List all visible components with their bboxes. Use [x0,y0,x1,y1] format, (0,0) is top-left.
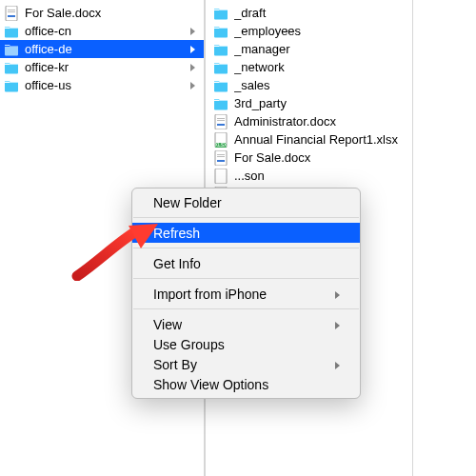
svg-rect-3 [8,11,15,12]
folder-icon [4,78,19,93]
chevron-right-icon [188,82,198,89]
chevron-right-icon [335,317,341,332]
menu-label: Show View Options [153,377,268,392]
svg-rect-0 [6,6,17,21]
menu-item-import-iphone[interactable]: Import from iPhone [132,284,360,304]
list-item[interactable]: office-us [0,76,204,94]
item-label: _employees [234,24,407,38]
svg-rect-7 [217,120,225,121]
chevron-right-icon [188,46,198,53]
list-item[interactable]: _draft [206,4,412,22]
item-label: For Sale.docx [25,6,198,20]
menu-label: Import from iPhone [153,287,267,302]
item-label: office-cn [25,24,188,38]
list-item-selected[interactable]: office-de [0,40,204,58]
list-item[interactable]: office-cn [0,22,204,40]
svg-rect-12 [217,160,225,162]
docx-icon [213,114,228,129]
list-item[interactable]: For Sale.docx [0,4,204,22]
svg-rect-11 [215,150,227,166]
svg-rect-4 [215,114,227,129]
chevron-right-icon [335,357,341,372]
list-item[interactable]: _employees [206,22,412,40]
item-label: office-us [25,78,188,92]
list-item[interactable]: For Sale.docx [206,149,412,167]
menu-item-get-info[interactable]: Get Info [132,253,360,273]
item-label: _draft [234,6,407,20]
item-label: 3rd_party [234,96,407,110]
item-label: For Sale.docx [234,150,407,165]
menu-item-sort-by[interactable]: Sort By [132,354,360,374]
svg-rect-15 [215,169,227,184]
item-label: Annual Financial Report1.xlsx [234,132,407,147]
list-item[interactable]: _sales [206,76,412,94]
folder-icon [4,24,19,39]
xlsx-icon: XLSX [213,132,228,148]
list-item[interactable]: Administrator.docx [206,112,412,130]
svg-rect-5 [217,124,225,126]
svg-rect-14 [217,156,225,157]
menu-item-use-groups[interactable]: Use Groups [132,334,360,354]
folder-icon [213,60,228,75]
list-item[interactable]: ...son [206,167,412,185]
svg-text:XLSX: XLSX [215,142,228,148]
svg-rect-13 [217,154,225,155]
menu-label: Refresh [153,226,200,241]
item-label: _sales [234,78,407,92]
menu-separator [133,308,359,309]
folder-icon [213,42,228,57]
menu-item-show-view-options[interactable]: Show View Options [132,374,360,394]
folder-icon [4,42,19,57]
menu-label: View [153,317,182,332]
list-item[interactable]: XLSXAnnual Financial Report1.xlsx [206,130,412,149]
folder-icon [213,6,228,21]
svg-rect-6 [217,118,225,119]
list-item[interactable]: _network [206,58,412,76]
folder-icon [4,60,19,75]
item-label: ...son [234,169,407,183]
chevron-right-icon [335,287,341,302]
menu-label: Sort By [153,357,197,372]
menu-item-new-folder[interactable]: New Folder [132,192,360,212]
folder-icon [213,96,228,111]
menu-item-view[interactable]: View [132,314,360,334]
list-item[interactable]: _manager [206,40,412,58]
context-menu: New Folder Refresh Get Info Import from … [131,188,361,399]
folder-icon [213,78,228,93]
docx-icon [4,6,19,21]
item-label: _network [234,60,407,74]
menu-separator [133,278,359,279]
chevron-right-icon [188,64,198,71]
item-label: office-kr [25,60,188,74]
refresh-icon [137,227,150,240]
svg-rect-2 [8,10,15,10]
list-item[interactable]: 3rd_party [206,94,412,112]
svg-rect-1 [8,15,15,17]
file-icon [213,169,228,184]
menu-separator [133,248,359,248]
menu-label: New Folder [153,195,222,210]
menu-label: Use Groups [153,337,225,352]
docx-icon [213,150,228,166]
menu-separator [133,217,359,218]
menu-item-refresh[interactable]: Refresh [132,223,360,243]
item-label: _manager [234,42,407,56]
folder-icon [213,24,228,39]
chevron-right-icon [188,28,198,35]
list-item[interactable]: office-kr [0,58,204,76]
item-label: Administrator.docx [234,114,407,129]
item-label: office-de [25,42,188,56]
menu-label: Get Info [153,256,201,271]
